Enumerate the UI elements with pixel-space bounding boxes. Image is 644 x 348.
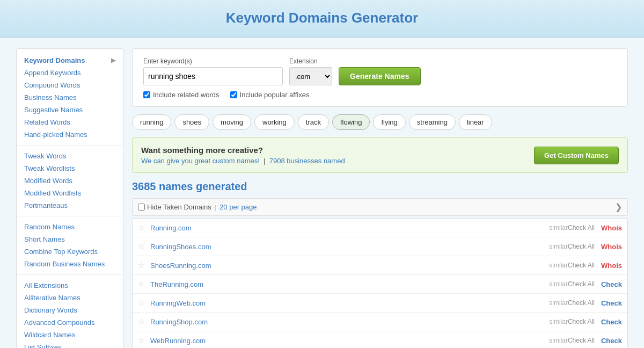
checkbox1-label[interactable]: Include related words	[143, 91, 219, 99]
keyword-chip-track[interactable]: track	[298, 114, 329, 130]
sidebar-item-alliterative-names[interactable]: Alliterative Names	[17, 292, 123, 304]
creative-heading: Want something more creative?	[141, 146, 345, 155]
sidebar-item-label: Modified Words	[24, 177, 72, 185]
check-all-link[interactable]: Check All	[568, 337, 595, 344]
check-all-link[interactable]: Check All	[568, 262, 595, 269]
form-row: Enter keyword(s) Extension .com.net.org.…	[143, 57, 617, 85]
whois-link[interactable]: Whois	[601, 262, 622, 270]
sidebar-item-label: Short Names	[24, 235, 65, 243]
hide-taken-label: Hide Taken Domains	[147, 203, 211, 211]
per-page-selector[interactable]: 20 per page	[219, 203, 257, 211]
sidebar-item-label: List Suffixes	[24, 343, 62, 348]
star-icon[interactable]: ☆	[138, 298, 145, 308]
sidebar-item-all-extensions[interactable]: All Extensions	[17, 279, 123, 292]
keyword-group: Enter keyword(s)	[143, 57, 283, 85]
generate-button[interactable]: Generate Names	[339, 67, 421, 85]
star-icon[interactable]: ☆	[138, 336, 145, 345]
sidebar-item-business-names[interactable]: Business Names	[17, 91, 123, 104]
checkbox2-label[interactable]: Include popular affixes	[230, 91, 310, 99]
domain-name[interactable]: TheRunning.com	[150, 280, 544, 288]
keyword-chip-working[interactable]: working	[254, 114, 295, 130]
sidebar-item-wildcard-names[interactable]: Wildcard Names	[17, 329, 123, 341]
sidebar-item-label: Combine Top Keywords	[24, 248, 98, 256]
sidebar-item-label: Compound Words	[24, 81, 80, 89]
sidebar-item-random-names[interactable]: Random Names	[17, 221, 123, 233]
extension-group: Extension .com.net.org.io.co	[289, 57, 332, 85]
keyword-chip-running[interactable]: running	[132, 114, 171, 130]
creative-sub: We can give you great custom names!	[141, 157, 260, 165]
arrow-icon: ▶	[111, 57, 115, 64]
hide-taken[interactable]: Hide Taken Domains	[138, 203, 211, 211]
results-count: 3685	[132, 180, 156, 192]
businesses-named[interactable]: 7908 businesses named	[269, 157, 345, 165]
keyword-chip-moving[interactable]: moving	[213, 114, 251, 130]
sidebar-item-combine-top-keywords[interactable]: Combine Top Keywords	[17, 245, 123, 258]
check-all-link[interactable]: Check All	[568, 280, 595, 288]
check-all-link[interactable]: Check All	[568, 299, 595, 307]
checkbox1-input[interactable]	[143, 91, 150, 98]
sidebar-item-label: Random Business Names	[24, 260, 105, 268]
sidebar-item-list-suffixes[interactable]: List Suffixes	[17, 341, 123, 348]
results-label: names generated	[159, 180, 247, 192]
domain-similar: similar	[544, 337, 568, 344]
checkbox2-input[interactable]	[230, 91, 237, 98]
domain-name[interactable]: ShoesRunning.com	[150, 262, 544, 270]
sidebar-item-label: Random Names	[24, 223, 75, 231]
star-icon[interactable]: ☆	[138, 242, 145, 251]
check-all-link[interactable]: Check All	[568, 224, 595, 231]
extension-select[interactable]: .com.net.org.io.co	[289, 67, 332, 85]
domain-row: ☆Running.comsimilarCheck AllWhois	[133, 219, 627, 237]
keyword-chip-flowing[interactable]: flowing	[332, 114, 370, 130]
domain-name[interactable]: RunningWeb.com	[150, 299, 544, 307]
sidebar-item-advanced-compounds[interactable]: Advanced Compounds	[17, 316, 123, 329]
sidebar-item-label: Wildcard Names	[24, 331, 75, 339]
star-icon[interactable]: ☆	[138, 279, 145, 289]
domain-row: ☆RunningShop.comsimilarCheck AllCheck	[133, 313, 627, 331]
sidebar-item-keyword-domains[interactable]: Keyword Domains▶	[17, 54, 123, 67]
keyword-chip-streaming[interactable]: streaming	[409, 114, 456, 130]
domain-name[interactable]: RunningShoes.com	[150, 243, 544, 251]
sidebar-item-related-words[interactable]: Related Words	[17, 116, 123, 128]
whois-link[interactable]: Whois	[601, 224, 622, 232]
sidebar-item-hand-picked-names[interactable]: Hand-picked Names	[17, 128, 123, 141]
check-all-link[interactable]: Check All	[568, 318, 595, 325]
star-icon[interactable]: ☆	[138, 223, 145, 233]
domain-name[interactable]: WebRunning.com	[150, 337, 544, 345]
check-all-link[interactable]: Check All	[568, 243, 595, 250]
keyword-input[interactable]	[143, 67, 283, 85]
keyword-chip-linear[interactable]: linear	[459, 114, 492, 130]
custom-names-button[interactable]: Get Custom Names	[534, 147, 619, 164]
sidebar-item-suggestive-names[interactable]: Suggestive Names	[17, 104, 123, 116]
domain-row: ☆WebRunning.comsimilarCheck AllCheck	[133, 331, 627, 348]
sidebar-item-tweak-words[interactable]: Tweak Words	[17, 150, 123, 162]
whois-link[interactable]: Whois	[601, 243, 622, 251]
sidebar-divider	[17, 274, 123, 275]
check-link[interactable]: Check	[601, 318, 622, 326]
star-icon[interactable]: ☆	[138, 260, 145, 270]
domain-name[interactable]: RunningShop.com	[150, 318, 544, 326]
sidebar-item-modified-wordlists[interactable]: Modified Wordlists	[17, 187, 123, 199]
domain-similar: similar	[544, 280, 568, 288]
sidebar-item-append-keywords[interactable]: Append Keywords	[17, 67, 123, 79]
creative-box: Want something more creative? We can giv…	[132, 137, 628, 173]
star-icon[interactable]: ☆	[138, 317, 145, 327]
sidebar-item-modified-words[interactable]: Modified Words	[17, 175, 123, 187]
keyword-chip-flying[interactable]: flying	[373, 114, 405, 130]
check-link[interactable]: Check	[601, 337, 622, 345]
hide-taken-checkbox[interactable]	[138, 204, 145, 211]
sidebar-item-short-names[interactable]: Short Names	[17, 233, 123, 245]
sidebar-item-tweak-wordlists[interactable]: Tweak Wordlists	[17, 162, 123, 175]
check-link[interactable]: Check	[601, 280, 622, 288]
sidebar-item-portmanteaus[interactable]: Portmanteaus	[17, 199, 123, 212]
keyword-chip-shoes[interactable]: shoes	[174, 114, 209, 130]
sidebar-item-label: Tweak Words	[24, 152, 67, 160]
sidebar-item-compound-words[interactable]: Compound Words	[17, 79, 123, 91]
sidebar-item-label: Hand-picked Names	[24, 130, 87, 139]
sidebar-item-label: Suggestive Names	[24, 106, 83, 114]
sidebar-item-random-business-names[interactable]: Random Business Names	[17, 258, 123, 270]
controls-left: Hide Taken Domains | 20 per page	[138, 203, 257, 211]
sidebar-item-dictionary-words[interactable]: Dictionary Words	[17, 304, 123, 316]
check-link[interactable]: Check	[601, 299, 622, 307]
domain-name[interactable]: Running.com	[150, 224, 544, 232]
next-page-arrow[interactable]: ❯	[615, 202, 622, 212]
